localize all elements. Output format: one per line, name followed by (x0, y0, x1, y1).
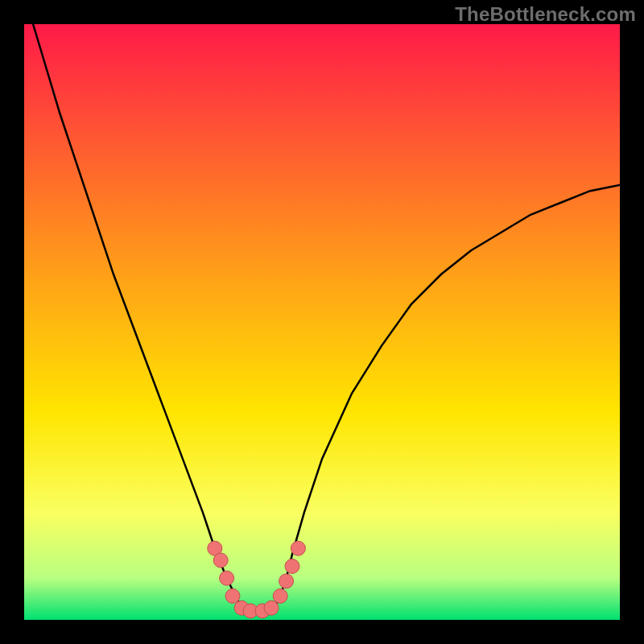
data-marker (291, 541, 305, 555)
watermark-text: TheBottleneck.com (455, 3, 636, 26)
data-marker (285, 559, 299, 573)
data-marker (213, 553, 228, 568)
chart-frame: TheBottleneck.com (0, 0, 644, 644)
data-marker (225, 588, 240, 603)
gradient-background (24, 24, 620, 620)
plot-area (24, 24, 620, 620)
chart-svg (24, 24, 620, 620)
data-marker (220, 571, 234, 585)
data-marker (264, 601, 279, 615)
data-marker (273, 588, 287, 603)
data-marker (279, 574, 294, 588)
